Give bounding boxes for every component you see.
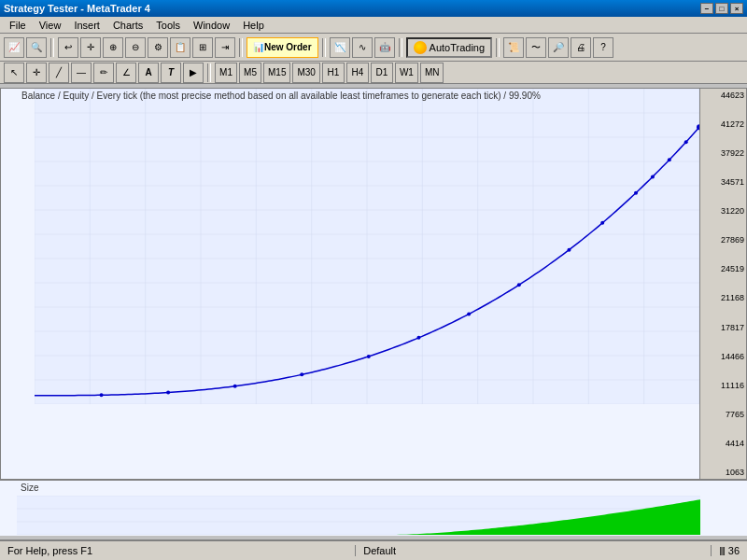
y-label-8: 21168 (702, 293, 744, 302)
new-order-icon: 📊 (253, 42, 264, 52)
toolbar-separator-5 (496, 38, 500, 57)
crosshair-tool[interactable]: ✛ (26, 63, 47, 83)
menu-insert[interactable]: Insert (68, 18, 106, 33)
status-profile: Default (356, 545, 712, 556)
chart-container: Balance / Equity / Every tick (the most … (0, 88, 747, 480)
menu-view[interactable]: View (34, 18, 67, 33)
y-label-9: 17817 (702, 323, 744, 332)
toolbar-separator-3 (322, 38, 326, 57)
cursor-tool[interactable]: ↖ (4, 63, 24, 83)
tick-chart-button[interactable]: 〜 (526, 37, 546, 58)
y-label-11: 11116 (702, 381, 744, 390)
arrow-tool[interactable]: ▶ (183, 63, 204, 83)
undo-button[interactable]: ↩ (58, 37, 78, 58)
y-label-3: 37922 (702, 148, 744, 158)
chart-info-text: Balance / Equity / Every tick (the most … (21, 91, 541, 101)
menu-charts[interactable]: Charts (107, 18, 148, 33)
y-label-4: 34571 (702, 177, 744, 187)
chart-shift-button[interactable]: ⇥ (215, 37, 235, 58)
zoom-value: 36 (728, 545, 740, 556)
expert-button[interactable]: 🤖 (374, 37, 395, 58)
status-zoom: |||| 36 (712, 545, 747, 556)
drawing-toolbar: ↖ ✛ ╱ — ✏ ∠ A T ▶ M1 M5 M15 M30 H1 H4 D1… (0, 62, 747, 84)
hline-tool[interactable]: — (71, 63, 92, 83)
menu-tools[interactable]: Tools (150, 18, 186, 33)
y-label-14: 1063 (702, 468, 744, 477)
autotrading-icon (414, 41, 427, 54)
label-tool[interactable]: T (161, 63, 181, 83)
new-order-label: New Order (264, 42, 312, 52)
template-button[interactable]: 📋 (170, 37, 190, 58)
toolbar-separator-2 (239, 38, 243, 57)
tf-h1[interactable]: H1 (322, 63, 345, 83)
size-canvas (17, 496, 700, 535)
y-label-7: 24519 (702, 264, 744, 273)
status-help: For Help, press F1 (0, 545, 356, 556)
line-tool[interactable]: ╱ (49, 63, 69, 83)
zoom-out-button[interactable]: ⊖ (125, 37, 146, 58)
menu-file[interactable]: File (4, 18, 32, 33)
chart-canvas (35, 89, 699, 404)
toolbar-separator-1 (50, 38, 54, 57)
zoom-in-button[interactable]: ⊕ (103, 37, 123, 58)
y-axis: 44623 41272 37922 34571 31220 27869 2451… (699, 89, 746, 479)
period-button[interactable]: ⊞ (192, 37, 213, 58)
tf-m5[interactable]: M5 (239, 63, 261, 83)
autotrading-button[interactable]: AutoTrading (406, 37, 493, 58)
autotrading-label: AutoTrading (430, 42, 486, 53)
tf-separator (207, 63, 211, 82)
window-controls: − □ × (700, 3, 743, 14)
y-label-1: 44623 (702, 91, 744, 100)
tf-m1[interactable]: M1 (215, 63, 237, 83)
indicator-button[interactable]: ∿ (352, 37, 373, 58)
y-label-6: 27869 (702, 235, 744, 245)
size-label: Size (21, 483, 38, 493)
main-toolbar: 📈 🔍 ↩ ✛ ⊕ ⊖ ⚙ 📋 ⊞ ⇥ 📊 New Order 📉 ∿ 🤖 Au… (0, 34, 747, 62)
help-button[interactable]: ? (593, 37, 613, 58)
print-button[interactable]: 🖨 (571, 37, 591, 58)
status-bar: For Help, press F1 Default |||| 36 (0, 539, 747, 560)
toolbar-separator-4 (399, 38, 402, 57)
size-panel: Size (0, 480, 747, 536)
angle-tool[interactable]: ∠ (116, 63, 136, 83)
chart-line-button[interactable]: 📉 (330, 37, 350, 58)
text-tool[interactable]: A (138, 63, 159, 83)
tf-h4[interactable]: H4 (346, 63, 369, 83)
window-title: Strategy Tester - MetaTrader 4 (4, 3, 150, 14)
search-button[interactable]: 🔎 (548, 37, 569, 58)
crosshair-button[interactable]: ✛ (80, 37, 101, 58)
chart-zoom-in-button[interactable]: 🔍 (26, 37, 47, 58)
y-label-13: 4414 (702, 439, 744, 448)
menu-window[interactable]: Window (188, 18, 235, 33)
title-bar: Strategy Tester - MetaTrader 4 − □ × (0, 0, 747, 17)
draw-tool[interactable]: ✏ (93, 63, 114, 83)
chart-info-bar: Balance / Equity / Every tick (the most … (21, 91, 690, 101)
y-label-5: 31220 (702, 206, 744, 216)
tf-m30[interactable]: M30 (292, 63, 319, 83)
y-label-10: 14466 (702, 352, 744, 361)
history-button[interactable]: 📜 (503, 37, 524, 58)
maximize-button[interactable]: □ (715, 3, 728, 14)
tf-mn[interactable]: MN (420, 63, 444, 83)
menu-bar: File View Insert Charts Tools Window Hel… (0, 17, 747, 34)
tf-m15[interactable]: M15 (263, 63, 290, 83)
tf-w1[interactable]: W1 (395, 63, 418, 83)
menu-help[interactable]: Help (237, 18, 270, 33)
close-button[interactable]: × (730, 3, 743, 14)
properties-button[interactable]: ⚙ (148, 37, 168, 58)
chart-area[interactable]: 44623 41272 37922 34571 31220 27869 2451… (18, 89, 746, 479)
zoom-bar-icon: |||| (719, 546, 724, 555)
tf-d1[interactable]: D1 (371, 63, 393, 83)
minimize-button[interactable]: − (700, 3, 713, 14)
y-label-2: 41272 (702, 119, 744, 129)
y-label-12: 7765 (702, 410, 744, 419)
new-order-button[interactable]: 📊 New Order (247, 37, 318, 58)
new-chart-button[interactable]: 📈 (4, 37, 24, 58)
